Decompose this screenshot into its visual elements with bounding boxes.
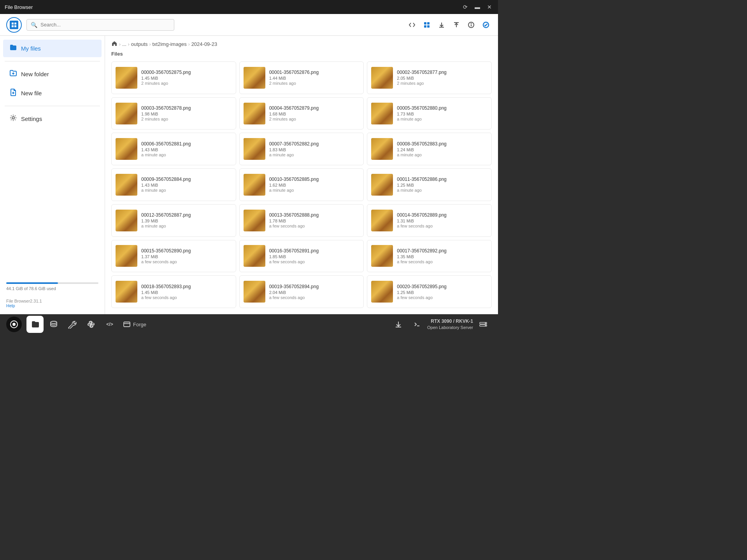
taskbar-tools-button[interactable]	[64, 316, 81, 333]
sidebar-item-new-file[interactable]: New file	[3, 84, 102, 102]
taskbar-server-info: RTX 3090 / RKVK-1 Open Laboratory Server	[427, 318, 473, 331]
taskbar-download-button[interactable]	[390, 316, 407, 333]
file-item[interactable]: 00019-3567052894.png 2.04 MiB a few seco…	[239, 275, 364, 308]
file-info: 00011-3567052886.png 1.25 MiB a minute a…	[397, 177, 487, 192]
minimize-button[interactable]: ▬	[473, 3, 482, 11]
sidebar-footer: File Browser2.31.1 Help	[0, 296, 105, 311]
file-size: 1.62 MiB	[269, 183, 360, 187]
file-item[interactable]: 00018-3567052893.png 1.45 MiB a few seco…	[111, 275, 236, 308]
file-item[interactable]: 00006-3567052881.png 1.43 MiB a minute a…	[111, 133, 236, 165]
file-info: 00016-3567052891.png 1.85 MiB a few seco…	[269, 248, 360, 264]
file-time: a few seconds ago	[269, 295, 360, 300]
file-item[interactable]: 00020-3567052895.png 1.25 MiB a few seco…	[367, 275, 492, 308]
file-name: 00011-3567052886.png	[397, 177, 487, 182]
help-link[interactable]: Help	[6, 303, 98, 308]
file-size: 1.43 MiB	[141, 147, 232, 152]
file-item[interactable]: 00015-3567052890.png 1.37 MiB a few seco…	[111, 240, 236, 273]
file-size: 1.25 MiB	[397, 183, 487, 187]
file-item[interactable]: 00000-3567052875.png 1.45 MiB 2 minutes …	[111, 61, 236, 94]
file-thumbnail	[116, 138, 137, 160]
logo-button[interactable]	[6, 17, 22, 33]
breadcrumb-outputs[interactable]: outputs	[131, 41, 148, 47]
file-item[interactable]: 00008-3567052883.png 1.24 MiB a minute a…	[367, 133, 492, 165]
file-name: 00018-3567052893.png	[141, 284, 232, 289]
file-item[interactable]: 00003-3567052878.png 1.98 MiB 2 minutes …	[111, 97, 236, 130]
breadcrumb-sep-0: ›	[119, 42, 121, 47]
my-files-label: My files	[21, 45, 41, 52]
search-bar[interactable]: 🔍	[26, 19, 174, 31]
file-name: 00009-3567052884.png	[141, 177, 232, 182]
refresh-button[interactable]: ⟳	[461, 3, 469, 11]
sidebar-item-settings[interactable]: Settings	[3, 110, 102, 128]
file-time: a few seconds ago	[269, 224, 360, 228]
file-time: a minute ago	[397, 188, 487, 192]
logo-icon	[10, 21, 18, 29]
file-size: 1.98 MiB	[141, 112, 232, 116]
taskbar-forge-button[interactable]: Forge	[120, 319, 149, 330]
search-input[interactable]	[40, 22, 170, 28]
file-size: 1.24 MiB	[397, 147, 487, 152]
file-time: a minute ago	[397, 117, 487, 121]
breadcrumb-date[interactable]: 2024-09-23	[191, 41, 217, 47]
sidebar-item-new-folder[interactable]: New folder	[3, 65, 102, 83]
file-info: 00004-3567052879.png 1.68 MiB 2 minutes …	[269, 105, 360, 121]
taskbar-code-button[interactable]: </>	[101, 316, 118, 333]
files-section-header: Files	[105, 51, 498, 61]
grid-view-button[interactable]	[421, 20, 433, 30]
file-item[interactable]: 00009-3567052884.png 1.43 MiB a minute a…	[111, 168, 236, 201]
svg-rect-0	[12, 23, 14, 24]
file-name: 00019-3567052894.png	[269, 284, 360, 289]
svg-rect-5	[427, 22, 430, 24]
folder-icon	[9, 44, 17, 53]
breadcrumb-ellipsis[interactable]: ...	[122, 41, 126, 47]
breadcrumb-txt2img[interactable]: txt2img-images	[153, 41, 187, 47]
file-info: 00010-3567052885.png 1.62 MiB a minute a…	[269, 177, 360, 192]
code-view-button[interactable]	[406, 20, 418, 30]
file-item[interactable]: 00005-3567052880.png 1.73 MiB a minute a…	[367, 97, 492, 130]
file-item[interactable]: 00011-3567052886.png 1.25 MiB a minute a…	[367, 168, 492, 201]
sidebar-item-my-files[interactable]: My files	[3, 40, 102, 57]
file-size: 1.35 MiB	[397, 254, 487, 259]
download-button[interactable]	[436, 20, 447, 30]
file-time: a minute ago	[141, 224, 232, 228]
file-item[interactable]: 00012-3567052887.png 1.39 MiB a minute a…	[111, 204, 236, 237]
file-item[interactable]: 00007-3567052882.png 1.83 MiB a minute a…	[239, 133, 364, 165]
file-item[interactable]: 00017-3567052892.png 1.35 MiB a few seco…	[367, 240, 492, 273]
file-item[interactable]: 00016-3567052891.png 1.85 MiB a few seco…	[239, 240, 364, 273]
check-button[interactable]	[480, 20, 492, 30]
file-item[interactable]: 00004-3567052879.png 1.68 MiB 2 minutes …	[239, 97, 364, 130]
taskbar-database-button[interactable]	[45, 316, 62, 333]
file-time: a few seconds ago	[397, 224, 487, 228]
taskbar-file-browser-button[interactable]	[26, 316, 44, 333]
breadcrumb-home[interactable]	[111, 40, 117, 48]
file-info: 00009-3567052884.png 1.43 MiB a minute a…	[141, 177, 232, 192]
header-actions	[406, 20, 492, 30]
file-size: 1.43 MiB	[141, 183, 232, 187]
file-time: 2 minutes ago	[141, 117, 232, 121]
taskbar-terminal-button[interactable]	[409, 316, 426, 333]
file-name: 00012-3567052887.png	[141, 212, 232, 218]
upload-button[interactable]	[451, 20, 462, 30]
file-info: 00020-3567052895.png 1.25 MiB a few seco…	[397, 284, 487, 300]
svg-point-25	[485, 323, 486, 324]
taskbar-logo[interactable]	[6, 317, 22, 332]
file-thumbnail	[371, 245, 393, 267]
svg-point-26	[485, 325, 486, 326]
file-info: 00014-3567052889.png 1.31 MiB a few seco…	[397, 212, 487, 228]
file-size: 1.78 MiB	[269, 219, 360, 223]
taskbar-server-button[interactable]	[475, 316, 492, 333]
server-description: Open Laboratory Server	[427, 325, 473, 331]
file-time: a minute ago	[141, 152, 232, 157]
file-thumbnail	[244, 174, 265, 196]
file-item[interactable]: 00013-3567052888.png 1.78 MiB a few seco…	[239, 204, 364, 237]
file-item[interactable]: 00001-3567052876.png 1.44 MiB 2 minutes …	[239, 61, 364, 94]
info-button[interactable]	[465, 20, 477, 30]
file-size: 1.31 MiB	[397, 219, 487, 223]
file-item[interactable]: 00002-3567052877.png 2.05 MiB 2 minutes …	[367, 61, 492, 94]
svg-rect-6	[424, 25, 426, 28]
taskbar-python-button[interactable]	[82, 316, 100, 333]
file-item[interactable]: 00014-3567052889.png 1.31 MiB a few seco…	[367, 204, 492, 237]
file-item[interactable]: 00010-3567052885.png 1.62 MiB a minute a…	[239, 168, 364, 201]
file-info: 00012-3567052887.png 1.39 MiB a minute a…	[141, 212, 232, 228]
close-button[interactable]: ✕	[486, 3, 493, 11]
